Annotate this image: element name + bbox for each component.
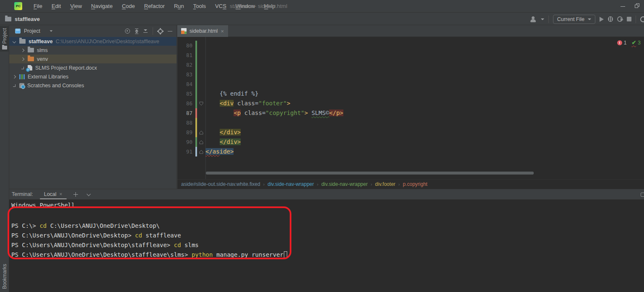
code-line-85[interactable]: 85 {% endif %} bbox=[177, 89, 644, 99]
line-number: 83 bbox=[177, 71, 192, 78]
code-line-83[interactable]: 83 bbox=[177, 70, 644, 79]
fold-up-icon[interactable] bbox=[197, 128, 205, 137]
menu-item-run[interactable]: Run bbox=[170, 2, 188, 10]
breadcrumb-separator-icon: › bbox=[317, 182, 319, 187]
horizontal-scrollbar[interactable] bbox=[206, 172, 534, 175]
tab-sidebar-html[interactable]: sidebar.html × bbox=[177, 25, 228, 37]
chevron-down-icon bbox=[588, 18, 591, 20]
user-icon[interactable] bbox=[530, 16, 537, 22]
menu-item-file[interactable]: File bbox=[30, 2, 46, 10]
code-line-90[interactable]: 90 </div> bbox=[177, 137, 644, 147]
stop-button[interactable] bbox=[627, 17, 631, 21]
close-tab-icon[interactable]: × bbox=[221, 29, 224, 34]
chevron-right-icon[interactable] bbox=[13, 75, 16, 78]
run-configuration-select[interactable]: Current File bbox=[553, 15, 595, 24]
breadcrumb-item[interactable]: div.side-nav-wrapper bbox=[321, 181, 368, 187]
folder-icon bbox=[2, 46, 7, 50]
code-line-84[interactable]: 84 bbox=[177, 79, 644, 89]
tree-indent-spacer bbox=[13, 84, 16, 87]
code-line-89[interactable]: 89 </div> bbox=[177, 128, 644, 137]
menu-item-edit[interactable]: Edit bbox=[48, 2, 65, 10]
breadcrumb-item[interactable]: div.side-nav-wrapper bbox=[267, 181, 314, 187]
fold-down-icon[interactable] bbox=[197, 99, 205, 108]
coverage-button[interactable] bbox=[617, 16, 623, 22]
project-view-dropdown-icon[interactable] bbox=[50, 30, 53, 31]
code-token bbox=[234, 100, 237, 107]
line-number: 85 bbox=[177, 91, 192, 97]
tree-item-external-libraries[interactable]: External Libraries bbox=[9, 72, 177, 81]
code-line-80[interactable]: 80 bbox=[177, 41, 644, 50]
expand-all-icon[interactable] bbox=[135, 29, 138, 34]
collapse-all-icon[interactable] bbox=[143, 29, 148, 33]
fold-up-icon[interactable] bbox=[197, 147, 205, 156]
fold-up-icon[interactable] bbox=[197, 137, 205, 147]
tree-item-staffleave[interactable]: staffleaveC:\Users\ANUJ\OneDrive\Desktop… bbox=[9, 37, 177, 46]
tree-item-scratches-and-consoles[interactable]: Scratches and Consoles bbox=[9, 81, 177, 90]
code-token: </div> bbox=[220, 138, 241, 145]
terminal-tab-local[interactable]: Local × bbox=[42, 189, 64, 200]
terminal-line: PS C:\> cd C:\Users\ANUJ\OneDrive\Deskto… bbox=[11, 221, 160, 231]
terminal-dropdown-icon[interactable] bbox=[87, 193, 91, 196]
terminal-token: slms bbox=[181, 242, 199, 248]
scratch-icon bbox=[19, 83, 24, 88]
terminal-token: cd bbox=[39, 222, 47, 229]
menu-item-refactor[interactable]: Refactor bbox=[140, 2, 169, 10]
chevron-down-icon[interactable] bbox=[13, 40, 16, 43]
breadcrumb-item[interactable]: aside#slide-out.side-nav.white.fixed bbox=[181, 181, 260, 187]
settings-gear-icon[interactable] bbox=[158, 29, 163, 34]
tree-item-venv[interactable]: venv bbox=[9, 55, 177, 63]
pycharm-logo-icon: PC bbox=[14, 2, 22, 10]
restore-icon[interactable] bbox=[630, 0, 644, 13]
code-token bbox=[205, 129, 220, 136]
code-token: <div bbox=[220, 100, 234, 107]
terminal-tab-label: Local bbox=[44, 191, 57, 197]
close-terminal-tab-icon[interactable]: × bbox=[60, 191, 62, 197]
code-token bbox=[205, 100, 220, 107]
new-terminal-icon[interactable] bbox=[73, 192, 78, 197]
toolbar-project-name: staffleave bbox=[15, 16, 40, 22]
hide-panel-icon[interactable] bbox=[168, 31, 172, 31]
line-number: 80 bbox=[177, 42, 192, 49]
code-line-87[interactable]: 87 <p class="copyright"> SLMS©</p> bbox=[177, 108, 644, 118]
run-button[interactable] bbox=[600, 17, 604, 22]
terminal-label: Terminal: bbox=[12, 191, 33, 197]
locate-file-icon[interactable] bbox=[125, 29, 130, 34]
chevron-right-icon[interactable] bbox=[21, 57, 24, 61]
code-text: </div> bbox=[205, 137, 241, 147]
code-line-88[interactable]: 88 bbox=[177, 118, 644, 128]
code-line-91[interactable]: 91</aside> bbox=[177, 147, 644, 156]
terminal-output[interactable]: Windows PowerShell PS C:\> cd C:\Users\A… bbox=[9, 200, 644, 292]
breadcrumb-item[interactable]: div.footer bbox=[375, 181, 395, 187]
chevron-right-icon[interactable] bbox=[21, 49, 24, 52]
menu-item-tools[interactable]: Tools bbox=[190, 2, 210, 10]
code-line-86[interactable]: 86 <div class="footer"> bbox=[177, 99, 644, 108]
tree-item-label: staffleave bbox=[29, 39, 53, 44]
tree-item-slms[interactable]: slms bbox=[9, 46, 177, 55]
menu-item-navigate[interactable]: Navigate bbox=[87, 2, 116, 10]
minimize-icon[interactable] bbox=[615, 0, 630, 13]
debug-button[interactable] bbox=[608, 16, 613, 22]
code-editor[interactable]: 808182838485 {% endif %}86 <div class="f… bbox=[177, 37, 644, 179]
project-panel-title[interactable]: Project bbox=[24, 28, 40, 34]
inspections-widget[interactable]: ! 1 ✔ 3 bbox=[617, 39, 641, 46]
tree-item-slms-project-report-docx[interactable]: SLMS Project Report.docx bbox=[9, 63, 177, 72]
code-token: ide> bbox=[220, 148, 234, 155]
fold-spacer bbox=[197, 118, 205, 128]
code-token bbox=[205, 110, 234, 116]
search-everywhere-icon[interactable] bbox=[640, 16, 644, 22]
breadcrumb-item[interactable]: p.copyright bbox=[403, 181, 428, 187]
tool-window-button-project[interactable]: Project bbox=[0, 26, 9, 52]
toolbar-project[interactable]: staffleave bbox=[5, 16, 40, 22]
code-line-82[interactable]: 82 bbox=[177, 60, 644, 70]
user-dropdown-icon[interactable] bbox=[541, 18, 544, 20]
terminal-token: cd bbox=[174, 242, 181, 248]
code-token: </p> bbox=[329, 110, 343, 116]
tool-window-button-bookmarks[interactable]: Bookmarks bbox=[0, 262, 9, 291]
code-line-81[interactable]: 81 bbox=[177, 50, 644, 60]
menu-item-vcs[interactable]: VCS bbox=[211, 2, 230, 10]
menu-item-view[interactable]: View bbox=[66, 2, 86, 10]
terminal-token: cd bbox=[135, 232, 142, 239]
terminal-line: PS C:\Users\ANUJ\OneDrive\Desktop\staffl… bbox=[11, 240, 199, 250]
terminal-options-icon[interactable] bbox=[641, 193, 644, 197]
menu-item-code[interactable]: Code bbox=[118, 2, 139, 10]
